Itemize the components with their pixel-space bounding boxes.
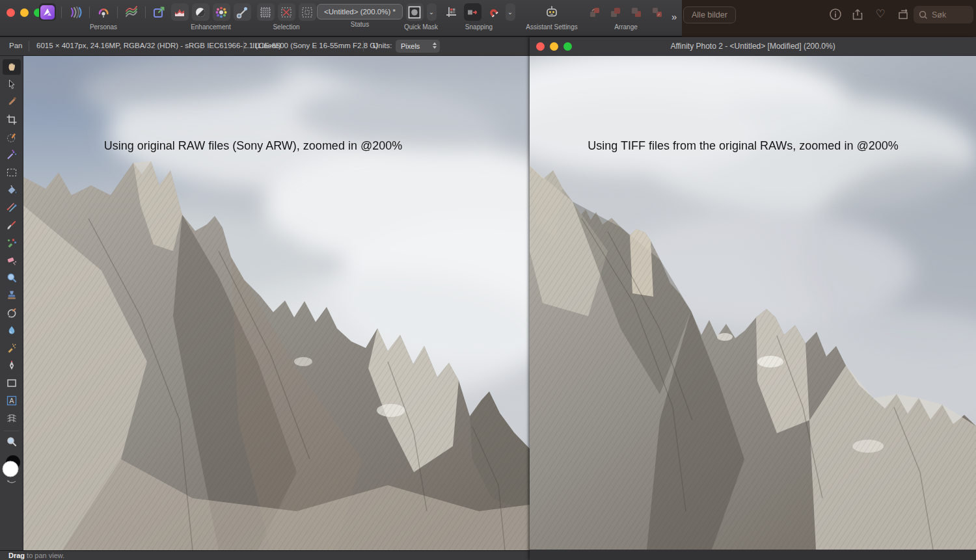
- hint-text: to pan view.: [25, 552, 64, 559]
- flood-select-tool[interactable]: [3, 148, 21, 161]
- erase-brush-tool[interactable]: [3, 254, 21, 267]
- snapping-magnet-icon: [487, 6, 500, 19]
- move-tool[interactable]: [3, 78, 21, 91]
- snapping-candidates-icon: [466, 6, 479, 19]
- quick-mask-dropdown[interactable]: ⌄: [427, 3, 437, 21]
- develop-persona-button[interactable]: [95, 3, 112, 21]
- rectangular-marquee-tool[interactable]: [3, 166, 21, 179]
- auto-colour-icon: [215, 6, 228, 19]
- tone-mapping-persona-button[interactable]: [123, 3, 140, 21]
- text-tool-icon: A: [6, 395, 18, 407]
- crop-tool[interactable]: [3, 113, 21, 126]
- tools-divider: [4, 431, 20, 431]
- rectangle-icon: [6, 377, 18, 389]
- snapping-magnet-button[interactable]: [485, 3, 502, 21]
- hand-icon: [6, 61, 18, 73]
- auto-contrast-button[interactable]: [192, 3, 210, 21]
- units-select[interactable]: Pixels: [396, 40, 440, 53]
- minimize-button[interactable]: [20, 8, 29, 17]
- deselect-button[interactable]: [278, 3, 295, 21]
- dodge-brush-tool[interactable]: [3, 271, 21, 284]
- mesh-warp-tool[interactable]: [3, 412, 21, 425]
- right-window-bottombar: [530, 550, 976, 560]
- invert-selection-icon: [301, 6, 314, 19]
- rotate-icon[interactable]: [897, 8, 910, 21]
- auto-white-balance-button[interactable]: [234, 3, 251, 21]
- search-field[interactable]: [914, 6, 973, 23]
- status-group: <Untitled> (200.0%) * Status: [317, 2, 403, 28]
- paint-brush-icon: [6, 219, 18, 231]
- auto-levels-button[interactable]: [171, 3, 189, 21]
- move-to-front-button[interactable]: [586, 3, 604, 21]
- flood-fill-tool[interactable]: [3, 183, 21, 196]
- invert-selection-button[interactable]: [299, 3, 316, 21]
- zoom-tool[interactable]: [3, 435, 21, 448]
- rectangle-tool[interactable]: [3, 377, 21, 390]
- quickmask-group: ⌄ Quick Mask: [392, 2, 450, 31]
- assistant-group: Assistant Settings: [514, 2, 590, 31]
- arrange-group: Arrange: [583, 2, 669, 31]
- liquify-persona-button[interactable]: [67, 3, 84, 21]
- pixel-tool[interactable]: [3, 236, 21, 249]
- move-backward-button[interactable]: [628, 3, 645, 21]
- raw-photo-mountain: [23, 56, 530, 550]
- smudge-icon: [6, 342, 18, 354]
- mesh-warp-icon: [6, 412, 18, 424]
- crop-icon: [6, 114, 18, 126]
- pen-nib-icon: [6, 360, 18, 371]
- share-icon[interactable]: [851, 8, 864, 21]
- window-controls: [7, 8, 42, 17]
- select-all-button[interactable]: [257, 3, 275, 21]
- paint-bucket-icon: [6, 184, 18, 196]
- assistant-label: Assistant Settings: [514, 23, 590, 31]
- color-picker-tool[interactable]: [3, 96, 21, 109]
- snapping-candidates-button[interactable]: [464, 3, 481, 21]
- right-window-titlebar[interactable]: Affinity Photo 2 - <Untitled> [Modified]…: [530, 37, 976, 56]
- auto-contrast-icon: [194, 6, 207, 19]
- view-hand-tool[interactable]: [3, 59, 21, 75]
- artistic-text-tool[interactable]: A: [3, 394, 21, 407]
- assistant-settings-button[interactable]: [543, 3, 561, 21]
- photo-persona-button[interactable]: [39, 3, 56, 21]
- auto-white-balance-icon: [236, 6, 249, 19]
- canvas-raw-document[interactable]: Using original RAW files (Sony ARW), zoo…: [23, 56, 530, 550]
- favorite-heart-icon[interactable]: ♡: [874, 8, 887, 21]
- canvas-tiff-document[interactable]: Using TIFF files from the original RAWs,…: [530, 56, 976, 550]
- smudge-brush-tool[interactable]: [3, 341, 21, 354]
- undo-brush-tool[interactable]: [3, 306, 21, 319]
- move-forward-icon: [608, 5, 623, 20]
- quickmask-label: Quick Mask: [392, 23, 450, 31]
- divider: [363, 41, 364, 51]
- toolbar-overflow-chevron[interactable]: »: [671, 11, 677, 22]
- move-backward-icon: [629, 5, 644, 20]
- assistant-robot-icon: [544, 5, 560, 20]
- app-toolbar: Personas: [0, 0, 682, 37]
- hint-action: Drag: [8, 552, 25, 559]
- move-to-back-button[interactable]: [649, 3, 666, 21]
- selection-label: Selection: [255, 23, 318, 31]
- caption-raw: Using original RAW files (Sony ARW), zoo…: [23, 139, 483, 153]
- selection-brush-tool[interactable]: [3, 131, 21, 144]
- colour-swatches[interactable]: [1, 454, 22, 487]
- tools-panel: A: [0, 56, 23, 550]
- cursor-icon: [6, 79, 18, 90]
- snapping-guides-button[interactable]: [443, 3, 461, 21]
- quick-mask-button[interactable]: [406, 3, 424, 21]
- move-to-front-icon: [588, 5, 602, 20]
- camera-info: ILCE-6500 (Sony E 16-55mm F2.8 G): [252, 42, 378, 49]
- auto-colour-button[interactable]: [213, 3, 230, 21]
- export-persona-button[interactable]: [151, 3, 168, 21]
- blur-brush-tool[interactable]: [3, 324, 21, 337]
- paint-brush-tool[interactable]: [3, 219, 21, 232]
- close-button[interactable]: [7, 8, 15, 17]
- search-input[interactable]: [932, 10, 968, 20]
- clone-brush-tool[interactable]: [3, 289, 21, 302]
- snapping-group: ⌄ Snapping: [442, 2, 515, 31]
- pen-tool[interactable]: [3, 359, 21, 372]
- deselect-icon: [280, 6, 293, 19]
- gradient-tool[interactable]: [3, 201, 21, 214]
- move-forward-button[interactable]: [607, 3, 625, 21]
- document-status-button[interactable]: <Untitled> (200.0%) *: [317, 4, 403, 20]
- info-icon[interactable]: [829, 8, 842, 21]
- all-photos-button[interactable]: Alle bilder: [683, 7, 736, 23]
